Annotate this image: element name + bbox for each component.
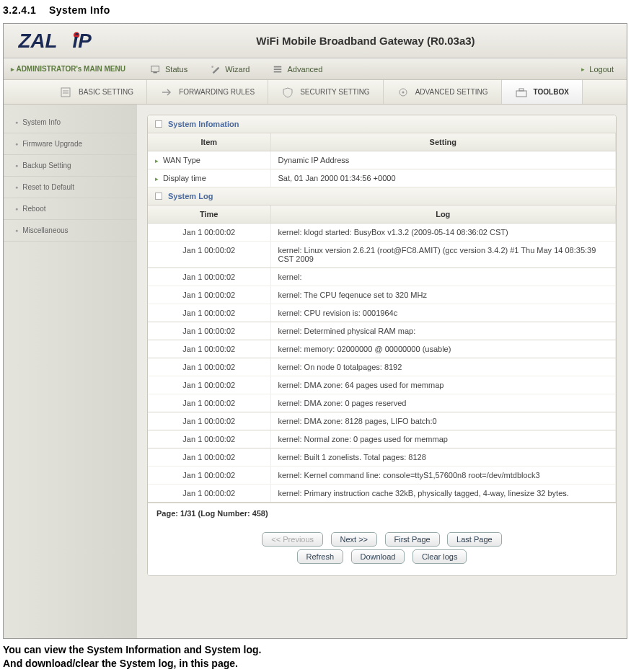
first-page-button[interactable]: First Page <box>385 532 440 547</box>
table-row: Jan 1 00:00:02kernel: Built 1 zonelists.… <box>148 448 616 467</box>
svg-rect-4 <box>154 71 157 73</box>
log-time: Jan 1 00:00:02 <box>148 268 270 286</box>
sidebar-item-system-info[interactable]: ●System Info <box>4 112 137 133</box>
log-time: Jan 1 00:00:02 <box>148 376 270 394</box>
content-area: System Infomation Item Setting ▸WAN Type… <box>137 105 627 638</box>
table-row: Jan 1 00:00:02kernel: memory: 02000000 @… <box>148 340 616 358</box>
advanced-icon <box>273 65 283 74</box>
topmenu-logout[interactable]: ▸ Logout <box>571 65 627 74</box>
log-time: Jan 1 00:00:02 <box>148 394 270 412</box>
svg-rect-10 <box>516 91 526 97</box>
table-row: ▸WAN Type Dynamic IP Address <box>148 151 616 169</box>
zalip-logo-icon: ZAL iP <box>18 30 119 53</box>
log-text: kernel: DMA zone: 8128 pages, LIFO batch… <box>270 412 616 430</box>
clear-logs-button[interactable]: Clear logs <box>412 549 467 564</box>
doc-section-heading: 3.2.4.1 System Info <box>0 0 631 23</box>
submenu-basic-setting[interactable]: BASIC SETTING <box>47 80 147 104</box>
col-log: Log <box>270 205 616 224</box>
sidebar-item-backup-setting[interactable]: ●Backup Setting <box>4 155 137 177</box>
table-row: ▸Display time Sat, 01 Jan 2000 01:34:56 … <box>148 169 616 187</box>
topmenu-wizard[interactable]: Wizard <box>200 65 262 74</box>
log-text: kernel: CPU revision is: 0001964c <box>270 304 616 322</box>
sidebar-item-reset-to-default[interactable]: ●Reset to Default <box>4 177 137 198</box>
table-row: Jan 1 00:00:02kernel: klogd started: Bus… <box>148 224 616 242</box>
submenu-security-setting[interactable]: SECURITY SETTING <box>268 80 384 104</box>
dot-icon: ● <box>15 120 18 125</box>
svg-rect-7 <box>61 88 70 97</box>
table-row: Jan 1 00:00:02kernel: DMA zone: 0 pages … <box>148 394 616 412</box>
section-number: 3.2.4.1 <box>3 4 36 16</box>
log-text: kernel: Kernel command line: console=tty… <box>270 467 616 485</box>
log-time: Jan 1 00:00:02 <box>148 430 270 448</box>
header-bar: ZAL iP WiFi Mobile Broadband Gateway (R0… <box>4 24 627 58</box>
dot-icon: ● <box>15 163 18 168</box>
app-frame: ZAL iP WiFi Mobile Broadband Gateway (R0… <box>3 23 627 639</box>
admin-main-menu-label[interactable]: ▸ ADMINISTRATOR's MAIN MENU <box>4 65 141 73</box>
dot-icon: ● <box>15 185 18 190</box>
toolbox-icon <box>515 87 528 98</box>
table-row: Jan 1 00:00:02kernel: The CPU feqenuce s… <box>148 286 616 304</box>
sub-menu: BASIC SETTING FORWARDING RULES SECURITY … <box>4 80 627 105</box>
dot-icon: ● <box>15 141 18 146</box>
next-button[interactable]: Next >> <box>331 532 378 547</box>
log-time: Jan 1 00:00:02 <box>148 340 270 358</box>
download-button[interactable]: Download <box>351 549 405 564</box>
section-toggle-icon[interactable] <box>155 193 162 200</box>
previous-button[interactable]: << Previous <box>262 532 323 547</box>
status-icon <box>151 65 161 74</box>
forwarding-icon <box>160 87 173 98</box>
svg-point-6 <box>212 66 214 68</box>
topmenu-status[interactable]: Status <box>141 65 200 74</box>
topmenu-advanced[interactable]: Advanced <box>262 65 335 74</box>
arrow-icon: ▸ <box>155 175 159 182</box>
log-time: Jan 1 00:00:02 <box>148 412 270 430</box>
system-log-title: System Log <box>168 192 213 200</box>
submenu-advanced-setting[interactable]: ADVANCED SETTING <box>384 80 502 104</box>
logo: ZAL iP <box>4 30 133 53</box>
system-log-table: Time Log Jan 1 00:00:02kernel: klogd sta… <box>148 205 616 503</box>
sidebar-item-miscellaneous[interactable]: ●Miscellaneous <box>4 220 137 242</box>
doc-footer: You can view the System Information and … <box>0 639 631 671</box>
security-icon <box>281 87 294 98</box>
system-log-header: System Log <box>148 187 616 205</box>
wizard-icon <box>211 65 221 74</box>
system-info-title: System Infomation <box>168 120 239 128</box>
arrow-icon: ▸ <box>155 157 159 164</box>
svg-rect-11 <box>519 89 524 91</box>
log-text: kernel: DMA zone: 0 pages reserved <box>270 394 616 412</box>
bullet-icon: ▸ <box>581 66 585 73</box>
log-text: kernel: Normal zone: 0 pages used for me… <box>270 430 616 448</box>
main-panel: System Infomation Item Setting ▸WAN Type… <box>147 115 617 576</box>
submenu-toolbox[interactable]: TOOLBOX <box>502 80 583 104</box>
log-time: Jan 1 00:00:02 <box>148 448 270 467</box>
log-text: kernel: Built 1 zonelists. Total pages: … <box>270 448 616 467</box>
log-time: Jan 1 00:00:02 <box>148 467 270 485</box>
table-row: Jan 1 00:00:02kernel: DMA zone: 64 pages… <box>148 376 616 394</box>
product-title: WiFi Mobile Broadband Gateway (R0.03a3) <box>133 35 598 47</box>
section-toggle-icon[interactable] <box>155 120 162 128</box>
log-text: kernel: The CPU feqenuce set to 320 MHz <box>270 286 616 304</box>
log-time: Jan 1 00:00:02 <box>148 242 270 268</box>
last-page-button[interactable]: Last Page <box>447 532 502 547</box>
svg-marker-5 <box>213 66 220 74</box>
refresh-button[interactable]: Refresh <box>297 549 344 564</box>
svg-point-9 <box>402 91 404 93</box>
sidebar-item-reboot[interactable]: ●Reboot <box>4 198 137 220</box>
basic-setting-icon <box>60 87 73 98</box>
pager-text: Page: 1/31 (Log Number: 458) <box>148 503 616 523</box>
log-time: Jan 1 00:00:02 <box>148 286 270 304</box>
log-text: kernel: DMA zone: 64 pages used for memm… <box>270 376 616 394</box>
table-row: Jan 1 00:00:02kernel: <box>148 268 616 286</box>
log-time: Jan 1 00:00:02 <box>148 224 270 242</box>
submenu-forwarding-rules[interactable]: FORWARDING RULES <box>147 80 268 104</box>
log-time: Jan 1 00:00:02 <box>148 485 270 503</box>
advanced-setting-icon <box>397 87 410 98</box>
table-row: Jan 1 00:00:02kernel: DMA zone: 8128 pag… <box>148 412 616 430</box>
sidebar: ●System Info ●Firmware Upgrade ●Backup S… <box>4 105 137 638</box>
table-row: Jan 1 00:00:02kernel: CPU revision is: 0… <box>148 304 616 322</box>
col-setting: Setting <box>270 133 616 151</box>
table-row: Jan 1 00:00:02kernel: Linux version 2.6.… <box>148 242 616 268</box>
log-text: kernel: klogd started: BusyBox v1.3.2 (2… <box>270 224 616 242</box>
sidebar-item-firmware-upgrade[interactable]: ●Firmware Upgrade <box>4 133 137 155</box>
table-row: Jan 1 00:00:02kernel: Primary instructio… <box>148 485 616 503</box>
